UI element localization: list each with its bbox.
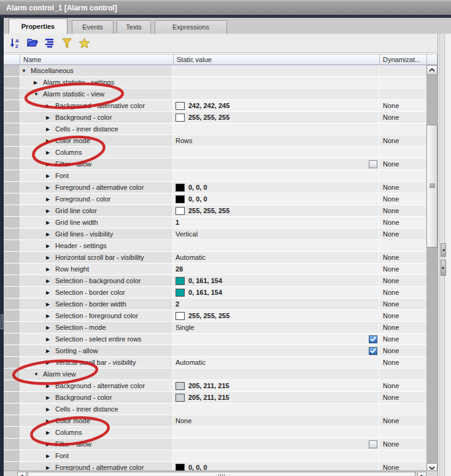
property-name-cell[interactable]: ▼Alarm view <box>20 369 173 380</box>
table-row[interactable]: ▶Header - settings <box>4 240 426 252</box>
dynamization-cell[interactable]: None <box>379 228 426 240</box>
expand-arrow-icon[interactable]: ▶ <box>46 404 52 415</box>
property-name-cell[interactable]: ▶Alarm statistic - settings <box>20 77 173 88</box>
property-name-cell[interactable]: ▶Background - alternative color <box>20 100 173 111</box>
table-row[interactable]: ▶Grid line width1None <box>4 217 426 228</box>
dynamization-cell[interactable] <box>379 404 426 415</box>
property-name-cell[interactable]: ▶Sorting - allow <box>20 345 173 356</box>
dynamization-cell[interactable] <box>379 450 426 461</box>
static-value-cell[interactable]: 28 <box>173 263 379 275</box>
row-header-cell[interactable] <box>4 322 20 333</box>
static-value-cell[interactable]: None <box>173 415 379 426</box>
row-header-cell[interactable] <box>4 287 20 298</box>
row-header-cell[interactable] <box>4 158 20 170</box>
column-header-name[interactable]: Name <box>20 54 174 65</box>
property-name-cell[interactable]: ▶Color mode <box>20 415 173 426</box>
horizontal-scrollbar-thumb[interactable] <box>28 472 415 476</box>
row-header-cell[interactable] <box>4 252 20 263</box>
table-row[interactable]: ▶Row height28None <box>4 263 426 275</box>
property-name-cell[interactable]: ▶Font <box>20 450 173 461</box>
row-header-cell[interactable] <box>4 415 20 426</box>
vertical-scrollbar-thumb[interactable] <box>426 125 438 248</box>
dynamization-cell[interactable]: None <box>379 135 426 146</box>
row-header-cell[interactable] <box>4 135 20 146</box>
table-row[interactable]: ▶Columns <box>4 427 426 439</box>
horizontal-scrollbar[interactable]: ◄ ► <box>4 470 438 476</box>
row-header-cell[interactable] <box>4 88 20 99</box>
row-header-cell[interactable] <box>4 427 20 438</box>
table-row[interactable]: ▶Selection - foreground color255, 255, 2… <box>4 310 426 322</box>
expand-arrow-icon[interactable]: ▶ <box>46 182 52 193</box>
property-name-cell[interactable]: ▶Foreground - alternative color <box>20 182 173 193</box>
static-value-cell[interactable] <box>173 88 379 99</box>
property-name-cell[interactable]: ▶Cells - inner distance <box>20 123 173 135</box>
property-name-cell[interactable]: ▶Selection - border color <box>20 287 173 298</box>
expand-arrow-icon[interactable]: ▶ <box>46 147 52 158</box>
collapse-arrow-icon[interactable]: ▼ <box>34 88 39 99</box>
table-row[interactable]: ▶Cells - inner distance <box>4 404 426 415</box>
property-name-cell[interactable]: ▶Grid lines - visibility <box>20 228 173 240</box>
dynamization-cell[interactable]: None <box>379 275 426 286</box>
property-name-cell[interactable]: ▼Alarm statistic - view <box>20 88 173 99</box>
expand-arrow-icon[interactable]: ▶ <box>46 439 52 450</box>
static-value-cell[interactable]: 0, 0, 0 <box>173 193 379 205</box>
favorites-star-icon[interactable] <box>77 37 91 49</box>
table-row[interactable]: ▶Selection - border color0, 161, 154None <box>4 287 426 298</box>
expand-arrow-icon[interactable]: ▶ <box>46 392 52 403</box>
color-swatch[interactable] <box>175 312 185 320</box>
expand-arrow-icon[interactable]: ▶ <box>46 217 52 228</box>
static-value-cell[interactable] <box>173 439 379 450</box>
table-row[interactable]: ▶Background - alternative color242, 242,… <box>4 100 426 112</box>
property-name-cell[interactable]: ▶Horizontal scroll bar - visibility <box>20 252 173 263</box>
static-value-cell[interactable]: 255, 255, 255 <box>173 310 379 321</box>
static-value-cell[interactable]: 2 <box>173 298 379 310</box>
expand-arrow-icon[interactable]: ▶ <box>46 450 52 461</box>
dynamization-cell[interactable] <box>379 369 426 380</box>
dynamization-cell[interactable]: None <box>379 334 426 345</box>
dynamization-cell[interactable] <box>379 427 426 438</box>
color-swatch[interactable] <box>175 102 185 110</box>
table-row[interactable]: ▶Foreground - color0, 0, 0None <box>4 193 426 205</box>
collapse-arrow-icon[interactable]: ▼ <box>34 369 39 380</box>
property-name-cell[interactable]: ▶Vertical scroll bar - visibility <box>20 357 173 368</box>
expand-arrow-icon[interactable]: ▶ <box>34 77 39 88</box>
expand-arrow-icon[interactable]: ▶ <box>46 112 52 123</box>
static-value-cell[interactable]: 205, 211, 215 <box>173 392 379 403</box>
table-row[interactable]: ▶Selection - modeSingleNone <box>4 322 426 334</box>
expand-arrow-icon[interactable]: ▶ <box>46 427 52 438</box>
dynamization-cell[interactable]: None <box>379 205 426 216</box>
dynamization-cell[interactable]: None <box>379 158 426 170</box>
expand-arrow-icon[interactable]: ▶ <box>46 158 52 170</box>
expand-arrow-icon[interactable]: ▶ <box>46 170 52 181</box>
row-header-cell[interactable] <box>4 345 20 356</box>
table-row[interactable]: ▶Cells - inner distance <box>4 123 426 135</box>
expand-arrow-icon[interactable]: ▶ <box>46 415 52 426</box>
expand-arrow-icon[interactable]: ▶ <box>46 322 52 333</box>
static-value-cell[interactable]: Rows <box>173 135 379 146</box>
static-value-cell[interactable] <box>173 123 379 135</box>
dynamization-cell[interactable] <box>379 240 426 251</box>
property-name-cell[interactable]: ▶Selection - border width <box>20 298 173 310</box>
static-value-cell[interactable]: Single <box>173 322 379 333</box>
checkbox-checked[interactable] <box>369 347 377 355</box>
dynamization-cell[interactable]: None <box>379 439 426 450</box>
static-value-cell[interactable] <box>173 170 379 181</box>
table-row[interactable]: ▶Grid lines - visibilityVerticalNone <box>4 228 426 240</box>
table-row[interactable]: ▶Color modeRowsNone <box>4 135 426 147</box>
table-row[interactable]: ▶Grid line color255, 255, 255None <box>4 205 426 217</box>
checkbox-unchecked[interactable] <box>369 440 377 448</box>
table-row[interactable]: ▶Horizontal scroll bar - visibilityAutom… <box>4 252 426 263</box>
row-header-cell[interactable] <box>4 112 20 123</box>
table-row[interactable]: ▶Filter - allowNone <box>4 439 426 450</box>
static-value-cell[interactable] <box>173 158 379 170</box>
dynamization-cell[interactable] <box>379 88 426 99</box>
scroll-left-button[interactable]: ◄ <box>17 472 26 476</box>
row-header-cell[interactable] <box>4 193 20 205</box>
static-value-cell[interactable] <box>173 240 379 251</box>
dynamization-cell[interactable]: None <box>379 193 426 205</box>
column-header-static-value[interactable]: Static value <box>174 54 380 65</box>
expand-arrow-icon[interactable]: ▶ <box>46 345 52 356</box>
splitter-expand-right-icon[interactable]: ► <box>441 260 446 276</box>
sort-az-icon[interactable]: A Z <box>9 37 22 49</box>
property-name-cell[interactable]: ▶Background - color <box>20 112 173 123</box>
